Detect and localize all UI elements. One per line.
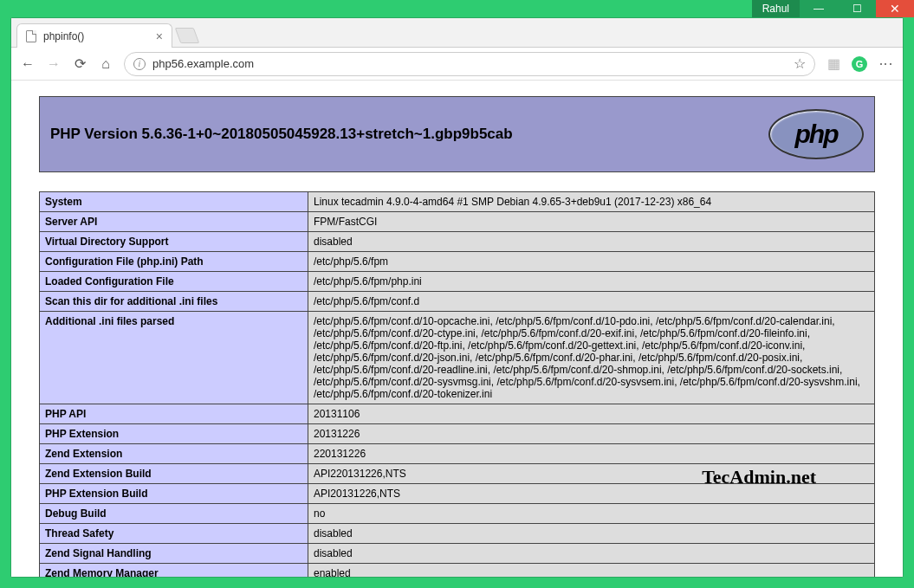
config-value: 220131226 bbox=[308, 444, 875, 464]
screenshot-extension-icon[interactable]: ▦ bbox=[826, 56, 841, 72]
table-row: PHP API20131106 bbox=[40, 404, 875, 424]
table-row: Zend Signal Handlingdisabled bbox=[40, 544, 875, 564]
table-row: Additional .ini files parsed/etc/php/5.6… bbox=[40, 312, 875, 404]
table-row: PHP Extension BuildAPI20131226,NTS bbox=[40, 484, 875, 504]
table-row: Virtual Directory Supportdisabled bbox=[40, 232, 875, 252]
page-icon bbox=[26, 30, 36, 42]
config-key: Debug Build bbox=[40, 504, 308, 524]
window-close-button[interactable]: ✕ bbox=[876, 0, 914, 17]
config-key: Zend Extension bbox=[40, 444, 308, 464]
window-minimize-button[interactable]: — bbox=[800, 0, 838, 17]
table-row: SystemLinux tecadmin 4.9.0-4-amd64 #1 SM… bbox=[40, 192, 875, 212]
config-value: API20131226,NTS bbox=[308, 484, 875, 504]
config-value: /etc/php/5.6/fpm/php.ini bbox=[308, 272, 875, 292]
config-value: /etc/php/5.6/fpm/conf.d/10-opcache.ini, … bbox=[308, 312, 875, 404]
window-titlebar: Rahul — ☐ ✕ bbox=[0, 0, 914, 17]
home-button[interactable]: ⌂ bbox=[98, 56, 113, 72]
window-user-badge[interactable]: Rahul bbox=[752, 0, 800, 17]
phpinfo-header: PHP Version 5.6.36-1+0~20180505045928.13… bbox=[39, 96, 875, 172]
url-text: php56.example.com bbox=[152, 57, 254, 70]
config-key: PHP API bbox=[40, 404, 308, 424]
browser-menu-button[interactable]: ⋮ bbox=[878, 57, 894, 70]
table-row: Loaded Configuration File/etc/php/5.6/fp… bbox=[40, 272, 875, 292]
php-version-title: PHP Version 5.6.36-1+0~20180505045928.13… bbox=[50, 126, 513, 143]
phpinfo-table: SystemLinux tecadmin 4.9.0-4-amd64 #1 SM… bbox=[39, 191, 875, 577]
config-key: Scan this dir for additional .ini files bbox=[40, 292, 308, 312]
config-key: Configuration File (php.ini) Path bbox=[40, 252, 308, 272]
table-row: Scan this dir for additional .ini files/… bbox=[40, 292, 875, 312]
browser-toolbar: ← → ⟳ ⌂ i php56.example.com ☆ ▦ G ⋮ bbox=[11, 48, 903, 81]
browser-window: phpinfo() × ← → ⟳ ⌂ i php56.example.com … bbox=[10, 17, 904, 578]
config-value: enabled bbox=[308, 564, 875, 578]
config-key: Thread Safety bbox=[40, 524, 308, 544]
config-key: Zend Extension Build bbox=[40, 464, 308, 484]
config-key: Loaded Configuration File bbox=[40, 272, 308, 292]
config-value: API220131226,NTS bbox=[308, 464, 875, 484]
config-value: disabled bbox=[308, 524, 875, 544]
config-value: no bbox=[308, 504, 875, 524]
config-value: /etc/php/5.6/fpm/conf.d bbox=[308, 292, 875, 312]
table-row: Zend Extension220131226 bbox=[40, 444, 875, 464]
table-row: PHP Extension20131226 bbox=[40, 424, 875, 444]
config-key: Zend Memory Manager bbox=[40, 564, 308, 578]
tab-title: phpinfo() bbox=[43, 30, 84, 42]
config-value: Linux tecadmin 4.9.0-4-amd64 #1 SMP Debi… bbox=[308, 192, 875, 212]
tab-close-icon[interactable]: × bbox=[156, 29, 163, 43]
window-maximize-button[interactable]: ☐ bbox=[838, 0, 876, 17]
config-key: PHP Extension Build bbox=[40, 484, 308, 504]
table-row: Configuration File (php.ini) Path/etc/ph… bbox=[40, 252, 875, 272]
address-bar[interactable]: i php56.example.com ☆ bbox=[124, 52, 815, 76]
config-key: Additional .ini files parsed bbox=[40, 312, 308, 404]
config-value: 20131226 bbox=[308, 424, 875, 444]
page-viewport[interactable]: PHP Version 5.6.36-1+0~20180505045928.13… bbox=[11, 81, 903, 577]
phpinfo-content: PHP Version 5.6.36-1+0~20180505045928.13… bbox=[39, 96, 875, 577]
table-row: Zend Memory Managerenabled bbox=[40, 564, 875, 578]
browser-tabstrip: phpinfo() × bbox=[11, 18, 903, 48]
config-key: Server API bbox=[40, 212, 308, 232]
php-logo: php bbox=[768, 109, 864, 159]
config-key: PHP Extension bbox=[40, 424, 308, 444]
back-button[interactable]: ← bbox=[20, 56, 36, 72]
config-value: disabled bbox=[308, 232, 875, 252]
table-row: Zend Extension BuildAPI220131226,NTS bbox=[40, 464, 875, 484]
config-key: Zend Signal Handling bbox=[40, 544, 308, 564]
config-value: 20131106 bbox=[308, 404, 875, 424]
config-key: Virtual Directory Support bbox=[40, 232, 308, 252]
table-row: Debug Buildno bbox=[40, 504, 875, 524]
config-value: disabled bbox=[308, 544, 875, 564]
config-value: /etc/php/5.6/fpm bbox=[308, 252, 875, 272]
table-row: Server APIFPM/FastCGI bbox=[40, 212, 875, 232]
forward-button: → bbox=[46, 56, 62, 72]
config-value: FPM/FastCGI bbox=[308, 212, 875, 232]
table-row: Thread Safetydisabled bbox=[40, 524, 875, 544]
config-key: System bbox=[40, 192, 308, 212]
bookmark-star-icon[interactable]: ☆ bbox=[794, 55, 806, 72]
site-info-icon[interactable]: i bbox=[133, 58, 146, 70]
reload-button[interactable]: ⟳ bbox=[72, 55, 88, 72]
browser-tab[interactable]: phpinfo() × bbox=[16, 23, 172, 48]
new-tab-button[interactable] bbox=[175, 28, 200, 43]
grammarly-extension-icon[interactable]: G bbox=[852, 56, 867, 72]
